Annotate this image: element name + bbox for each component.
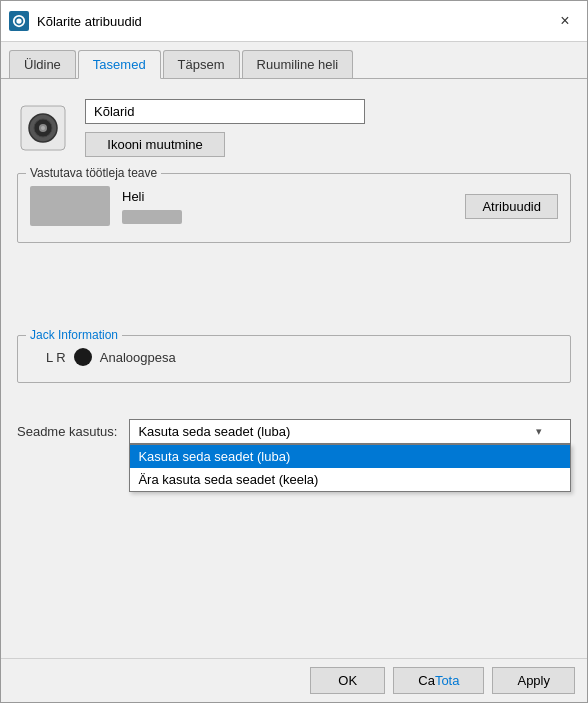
change-icon-button[interactable]: Ikooni muutmine (85, 132, 225, 157)
device-usage-dropdown-wrapper: Kasuta seda seadet (luba) ▾ Kasuta seda … (129, 419, 571, 444)
jack-section: Jack Information L R Analoogpesa (17, 335, 571, 383)
title-bar: Kõlarite atribuudid × (1, 1, 587, 42)
main-window: Kõlarite atribuudid × Üldine Tasemed Täp… (0, 0, 588, 703)
speaker-icon (17, 102, 69, 154)
device-name-input[interactable] (85, 99, 365, 124)
device-usage-section: Seadme kasutus: Kasuta seda seadet (luba… (17, 419, 571, 444)
processor-row: Heli Atribuudid (30, 182, 558, 230)
processor-left: Heli (30, 186, 182, 226)
processor-group-label: Vastutava töötleja teave (26, 166, 161, 180)
icon-name-section: Ikooni muutmine (17, 95, 571, 161)
tab-tasemed[interactable]: Tasemed (78, 50, 161, 79)
dropdown-item-enable[interactable]: Kasuta seda seadet (luba) (130, 445, 570, 468)
dropdown-list: Kasuta seda seadet (luba) Ära kasuta sed… (129, 444, 571, 492)
tabs-container: Üldine Tasemed Täpsem Ruumiline heli (1, 42, 587, 79)
spacer-area (17, 255, 571, 315)
cancel-apply-area: CaTota (393, 667, 484, 694)
bottom-bar: OK CaTota Apply (1, 658, 587, 702)
lr-text: L R (46, 350, 66, 365)
cancel-text: Ca (418, 673, 435, 688)
window-icon (9, 11, 29, 31)
tab-tapsem[interactable]: Täpsem (163, 50, 240, 78)
dropdown-item-disable[interactable]: Ära kasuta seda seadet (keela) (130, 468, 570, 491)
dropdown-selected-text: Kasuta seda seadet (luba) (138, 424, 290, 439)
svg-point-1 (16, 18, 21, 23)
jack-dot-icon (74, 348, 92, 366)
analog-text: Analoogpesa (100, 350, 176, 365)
device-usage-dropdown[interactable]: Kasuta seda seadet (luba) ▾ (129, 419, 571, 444)
processor-group: Vastutava töötleja teave Heli Atribuudid (17, 173, 571, 243)
tab-uldine[interactable]: Üldine (9, 50, 76, 78)
cancel-suffix: Tota (435, 673, 460, 688)
processor-bar (122, 210, 182, 224)
close-button[interactable]: × (551, 7, 579, 35)
tab-ruumiline[interactable]: Ruumiline heli (242, 50, 354, 78)
window-title: Kõlarite atribuudid (37, 14, 551, 29)
processor-image (30, 186, 110, 226)
svg-point-6 (41, 126, 45, 130)
tab-content: Ikooni muutmine Vastutava töötleja teave… (1, 79, 587, 658)
jack-content: L R Analoogpesa (30, 344, 558, 370)
dropdown-arrow-icon: ▾ (536, 425, 542, 438)
processor-info: Heli (122, 189, 182, 224)
apply-button[interactable]: Apply (492, 667, 575, 694)
cancel-button[interactable]: CaTota (393, 667, 484, 694)
processor-name: Heli (122, 189, 182, 204)
ok-button[interactable]: OK (310, 667, 385, 694)
jack-label: Jack Information (26, 328, 122, 342)
device-usage-label: Seadme kasutus: (17, 424, 117, 439)
device-name-section: Ikooni muutmine (85, 99, 365, 157)
atribuudid-button[interactable]: Atribuudid (465, 194, 558, 219)
